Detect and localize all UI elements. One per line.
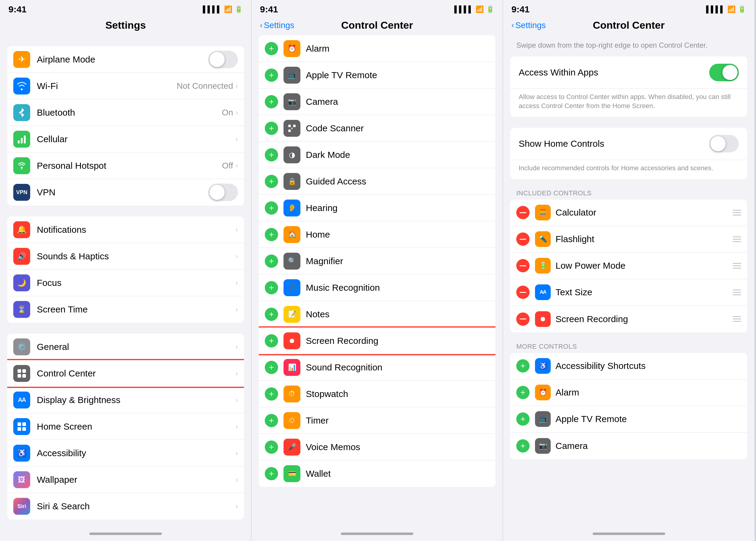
vpn-row[interactable]: VPN VPN bbox=[7, 179, 244, 206]
controlcenter-content: Control Center › bbox=[37, 368, 238, 378]
p2-darkmode-plus[interactable]: + bbox=[265, 148, 278, 162]
p2-hearing-row[interactable]: + 👂 Hearing bbox=[259, 195, 495, 221]
p2-stopwatch-row[interactable]: + ⏱ Stopwatch bbox=[259, 381, 495, 407]
p2-magnifier-row[interactable]: + 🔍 Magnifier bbox=[259, 248, 495, 274]
lowpower-minus-btn[interactable] bbox=[516, 259, 529, 272]
siri-row[interactable]: Siri Siri & Search › bbox=[7, 493, 244, 520]
flashlight-control-row[interactable]: 🔦 Flashlight bbox=[510, 226, 747, 253]
screenrec-icon: ⏺ bbox=[535, 311, 551, 327]
p2-darkmode-row[interactable]: + ◑ Dark Mode bbox=[259, 142, 495, 168]
calc-minus-btn[interactable] bbox=[516, 206, 529, 219]
p2-alarm-row[interactable]: + ⏰ Alarm bbox=[259, 35, 495, 62]
access-toggle-row[interactable]: Access Within Apps bbox=[510, 56, 747, 89]
homescreen-row[interactable]: Home Screen › bbox=[7, 413, 244, 440]
cellular-row[interactable]: Cellular › bbox=[7, 126, 244, 153]
airplane-toggle[interactable] bbox=[208, 51, 238, 68]
focus-row[interactable]: 🌙 Focus › bbox=[7, 270, 244, 296]
toggle-thumb bbox=[210, 52, 225, 67]
p2-appletv-row[interactable]: + 📺 Apple TV Remote bbox=[259, 62, 495, 89]
p2-camera-plus[interactable]: + bbox=[265, 95, 278, 108]
appletv-more-plus-btn[interactable] bbox=[516, 412, 529, 426]
p2-stopwatch-plus[interactable]: + bbox=[265, 387, 278, 401]
wallpaper-row[interactable]: 🖼 Wallpaper › bbox=[7, 466, 244, 493]
flashlight-minus-btn[interactable] bbox=[516, 233, 529, 246]
p2-appletv-plus[interactable]: + bbox=[265, 69, 278, 82]
p2-voicememos-row[interactable]: + 🎤 Voice Memos bbox=[259, 434, 495, 460]
textsize-drag-handle[interactable] bbox=[733, 289, 741, 295]
lowpower-icon: 🔋 bbox=[535, 258, 551, 273]
accessibility-row[interactable]: ♿ Accessibility › bbox=[7, 440, 244, 466]
vpn-toggle[interactable] bbox=[208, 184, 238, 201]
home-controls-toggle-row[interactable]: Show Home Controls bbox=[510, 128, 747, 160]
p2-wallet-row[interactable]: + 💳 Wallet bbox=[259, 460, 495, 487]
p2-notes-plus[interactable]: + bbox=[265, 307, 278, 321]
notifications-row[interactable]: 🔔 Notifications › bbox=[7, 217, 244, 243]
general-row[interactable]: ⚙️ General › bbox=[7, 333, 244, 360]
panel2-list[interactable]: + ⏰ Alarm + 📺 Apple TV Remote + 📷 Camera… bbox=[252, 35, 503, 529]
hotspot-row[interactable]: Personal Hotspot Off › bbox=[7, 153, 244, 179]
p2-voicememos-plus[interactable]: + bbox=[265, 440, 278, 454]
display-row[interactable]: AA Display & Brightness › bbox=[7, 387, 244, 413]
p2-magnifier-plus[interactable]: + bbox=[265, 255, 278, 268]
screentime-row[interactable]: ⌛ Screen Time › bbox=[7, 296, 244, 323]
status-bar-1: 9:41 ▌▌▌▌ 📶 🔋 bbox=[0, 0, 251, 17]
settings-nav-header: Settings bbox=[0, 17, 251, 35]
p2-camera-row[interactable]: + 📷 Camera bbox=[259, 89, 495, 115]
p2-magnifier-label: Magnifier bbox=[306, 256, 343, 266]
accshortcuts-plus-btn[interactable] bbox=[516, 359, 529, 372]
p2-hearing-plus[interactable]: + bbox=[265, 201, 278, 215]
p2-soundrecog-row[interactable]: + 📊 Sound Recognition bbox=[259, 354, 495, 381]
panel2-back-btn[interactable]: ‹ Settings bbox=[260, 21, 294, 30]
lowpower-control-row[interactable]: 🔋 Low Power Mode bbox=[510, 253, 747, 279]
settings-list[interactable]: ✈ Airplane Mode Wi-Fi Not Connected bbox=[0, 35, 251, 529]
p2-timer-plus[interactable]: + bbox=[265, 414, 278, 427]
screenrec-drag-handle[interactable] bbox=[733, 316, 741, 322]
textsize-minus-btn[interactable] bbox=[516, 285, 529, 299]
sounds-row[interactable]: 🔊 Sounds & Haptics › bbox=[7, 243, 244, 270]
p2-home-plus[interactable]: + bbox=[265, 228, 278, 241]
wifi-row[interactable]: Wi-Fi Not Connected › bbox=[7, 73, 244, 99]
p2-alarm-plus[interactable]: + bbox=[265, 42, 278, 55]
p2-notes-row[interactable]: + 📝 Notes bbox=[259, 301, 495, 327]
camera-more-row[interactable]: 📷 Camera bbox=[510, 433, 747, 459]
home-controls-toggle[interactable] bbox=[709, 135, 739, 153]
p2-musicrecog-row[interactable]: + 🎵 Music Recognition bbox=[259, 274, 495, 301]
alarm-more-row[interactable]: ⏰ Alarm bbox=[510, 379, 747, 406]
display-content: Display & Brightness › bbox=[37, 395, 238, 405]
bluetooth-row[interactable]: Bluetooth On › bbox=[7, 99, 244, 126]
access-toggle[interactable] bbox=[709, 64, 739, 81]
p2-wallet-plus[interactable]: + bbox=[265, 467, 278, 480]
calc-control-row[interactable]: 🧮 Calculator bbox=[510, 200, 747, 226]
appletv-more-row[interactable]: 📺 Apple TV Remote bbox=[510, 406, 747, 433]
camera-more-plus-btn[interactable] bbox=[516, 439, 529, 452]
textsize-control-row[interactable]: AA Text Size bbox=[510, 279, 747, 306]
screenrec-control-row[interactable]: ⏺ Screen Recording bbox=[510, 306, 747, 332]
accshortcuts-control-row[interactable]: ♿ Accessibility Shortcuts bbox=[510, 353, 747, 379]
calc-drag-handle[interactable] bbox=[733, 210, 741, 216]
panel3-content[interactable]: Swipe down from the top-right edge to op… bbox=[503, 35, 754, 529]
p2-timer-row[interactable]: + ⏲ Timer bbox=[259, 407, 495, 434]
p2-guidedaccess-plus[interactable]: + bbox=[265, 175, 278, 188]
p2-codescanner-plus[interactable]: + bbox=[265, 122, 278, 135]
lowpower-drag-handle[interactable] bbox=[733, 263, 741, 269]
more-controls-header: MORE CONTROLS bbox=[503, 340, 754, 353]
p2-camera-label: Camera bbox=[306, 97, 338, 107]
p2-musicrecog-plus[interactable]: + bbox=[265, 281, 278, 294]
screenrec-minus-btn[interactable] bbox=[516, 312, 529, 326]
panel3-back-btn[interactable]: ‹ Settings bbox=[511, 21, 546, 30]
panel2-back-label: Settings bbox=[264, 21, 294, 30]
p2-soundrecog-plus[interactable]: + bbox=[265, 361, 278, 374]
p2-codescanner-row[interactable]: + Code Scanner bbox=[259, 115, 495, 142]
wifi-label: Wi-Fi bbox=[37, 81, 58, 91]
p2-screenrecording-row[interactable]: + ⏺ Screen Recording bbox=[259, 327, 495, 354]
section-gap-1 bbox=[0, 35, 251, 46]
alarm-more-plus-btn[interactable] bbox=[516, 386, 529, 399]
p2-screenrecording-plus[interactable]: + bbox=[265, 334, 278, 347]
p2-guidedaccess-row[interactable]: + 🔒 Guided Access bbox=[259, 168, 495, 195]
flashlight-drag-handle[interactable] bbox=[733, 237, 741, 242]
flashlight-icon: 🔦 bbox=[535, 231, 551, 247]
controlcenter-row[interactable]: Control Center › bbox=[7, 360, 244, 387]
focus-label: Focus bbox=[37, 278, 62, 288]
p2-home-row[interactable]: + 🏠 Home bbox=[259, 221, 495, 248]
airplane-mode-row[interactable]: ✈ Airplane Mode bbox=[7, 46, 244, 73]
